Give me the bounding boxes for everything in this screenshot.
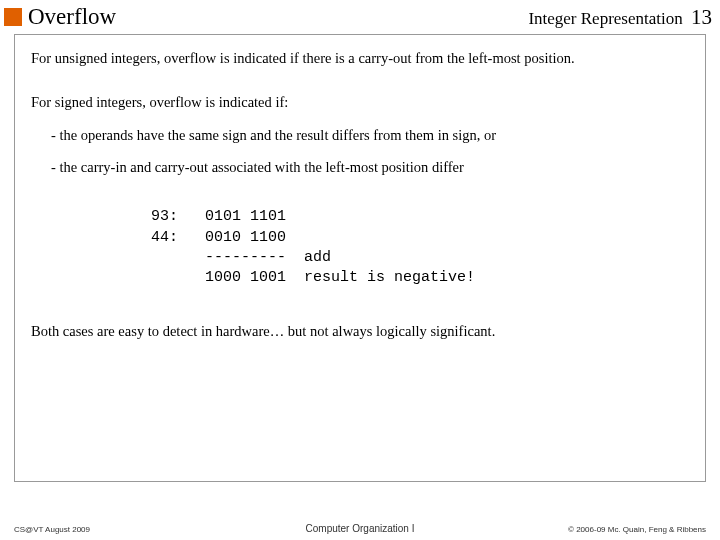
bullet-item: - the operands have the same sign and th…: [31, 126, 689, 146]
slide-content: For unsigned integers, overflow is indic…: [14, 34, 706, 482]
slide-footer: CS@VT August 2009 Computer Organization …: [0, 523, 720, 534]
signed-intro: For signed integers, overflow is indicat…: [31, 93, 689, 113]
accent-block-icon: [4, 8, 22, 26]
footer-left: CS@VT August 2009: [14, 525, 245, 534]
slide-number: 13: [691, 5, 712, 29]
unsigned-paragraph: For unsigned integers, overflow is indic…: [31, 49, 689, 69]
code-example: 93: 0101 1101 44: 0010 1100 --------- ad…: [151, 207, 689, 288]
footer-center: Computer Organization I: [245, 523, 476, 534]
section-name: Integer Representation: [528, 9, 682, 28]
closing-paragraph: Both cases are easy to detect in hardwar…: [31, 322, 689, 342]
bullet-item: - the carry-in and carry-out associated …: [31, 158, 689, 178]
slide-header: Overflow Integer Representation 13: [0, 0, 720, 32]
section-label: Integer Representation 13: [528, 5, 712, 30]
footer-right: © 2006-09 Mc. Quain, Feng & Ribbens: [475, 525, 706, 534]
slide-title: Overflow: [28, 4, 528, 30]
